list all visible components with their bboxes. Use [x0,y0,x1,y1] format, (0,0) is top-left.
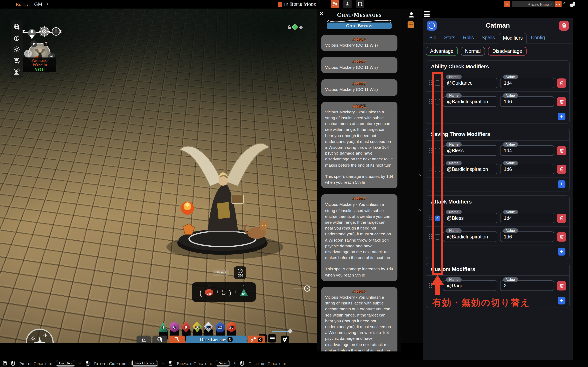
hammer-icon [174,337,180,342]
delete-modifier-button[interactable] [557,146,566,155]
delete-modifier-button[interactable] [557,232,566,241]
message-body: Vicious Mockery (DC 11 Wis) [325,87,394,93]
delete-character-button[interactable] [559,21,569,31]
lock-icon[interactable] [287,25,292,30]
normal-button[interactable]: Normal [461,47,485,56]
creatures-key-badge: C [258,337,262,342]
tab-spells[interactable]: Spells [478,33,498,43]
minis-mode-button[interactable] [343,0,352,8]
turn-order-widget[interactable] [22,25,62,42]
bookmark-icon[interactable] [407,21,414,28]
delete-modifier-button[interactable] [557,281,566,290]
creatures-icon[interactable] [13,57,20,64]
board-more-button[interactable]: ... [555,1,562,7]
tab-rolls[interactable]: Rolls [459,33,477,43]
walk-mode-button[interactable] [331,0,339,8]
section-saving-throw-modifiers: Saving Throw Modifiers Name Value [426,128,570,192]
value-field: Value [500,96,554,107]
delete-modifier-button[interactable] [557,213,566,223]
game-viewport[interactable]: ? [0,8,317,343]
modifier-value-input[interactable] [500,213,554,223]
role-value[interactable]: GM [34,1,42,7]
delete-modifier-button[interactable] [557,165,566,174]
modifier-value-input[interactable] [500,145,554,156]
keycap-left-alt: Left Alt [57,361,74,366]
delete-modifier-button[interactable] [557,97,566,106]
atmosphere-icon[interactable] [13,34,20,42]
delete-modifier-button[interactable] [557,78,566,88]
collapse-topbar-button[interactable]: ^ [563,1,566,6]
mouse-left-icon [241,361,244,366]
sheet-tabs: Bio Stats Rolls Spells Modifiers Config [423,32,573,43]
pawn-icon [345,1,350,7]
add-board-button[interactable]: + [504,1,510,7]
console-icon[interactable] [3,361,7,366]
add-modifier-button[interactable]: + [558,248,565,256]
gm-dice-badge[interactable]: GM [234,267,246,279]
modifier-value-input[interactable] [500,78,554,88]
chat-message-list[interactable]: Ange Vicious Mockery (DC 11 Wis) Ange Vi… [321,35,398,351]
modifier-value-input[interactable] [500,280,554,291]
modifier-value-input[interactable] [500,232,554,242]
back-button[interactable]: ← [427,21,437,31]
value-field: Value [500,213,554,223]
modifier-name-input[interactable] [443,78,497,88]
add-modifier-button[interactable]: + [558,297,565,304]
shortcut-label: Teleport Creature [249,361,286,366]
section-attack-modifiers: Attack Modifiers Name Value [426,195,570,259]
tab-modifiers[interactable]: Modifiers [499,33,527,43]
role-dropdown-icon[interactable]: ▾ [47,2,48,6]
tab-bio[interactable]: Bio [426,33,440,43]
modifier-name-input[interactable] [443,213,497,223]
build-tools-tab[interactable] [169,335,185,343]
creatures-tab[interactable]: C [248,335,265,343]
lighting-sun-icon[interactable] [13,46,20,53]
build-mode-hotkey: [B] [284,2,290,6]
place-marker-button[interactable] [281,335,289,343]
section-title: Attack Modifiers [426,196,569,208]
hidden-creature-icon[interactable]: ? [13,68,20,75]
modifier-name-input[interactable] [443,232,497,242]
trash-icon [559,148,564,153]
token-gear-icon[interactable]: ✻ [24,50,32,58]
character-name: Catman [437,22,559,30]
side-rail: > > [401,8,423,343]
terrain-paint-tab[interactable] [137,335,151,343]
message-body: Vicious Mockery (DC 11 Wis) [325,65,394,70]
board-mode-button[interactable] [356,0,364,8]
modifier-name-input[interactable] [443,145,497,156]
modifier-value-input[interactable] [500,96,554,107]
collapse-chat-handle[interactable]: > [418,208,421,212]
formula-plus1: + [216,289,219,295]
collapse-chat-handle[interactable]: > [418,173,421,177]
open-library-tab[interactable]: Open Library O [186,335,247,343]
modifier-value-input[interactable] [500,164,554,174]
add-modifier-button[interactable]: + [558,113,565,120]
disadvantage-button[interactable]: Disadvantage [488,47,526,56]
modifier-name-input[interactable] [443,164,497,174]
world-map-icon[interactable] [13,23,20,30]
message-body: Vicious Mockery - You unleash a string o… [325,294,394,351]
annotation-arrow-shaft [435,284,440,295]
token-drop-icon[interactable]: ▼ [30,40,37,47]
formula-d4-group: 1 D4 [240,285,248,296]
modifier-name-input[interactable] [443,96,497,107]
modifier-name-input[interactable] [443,280,497,291]
section-ability-check-modifiers: Ability Check Modifiers Name Value [426,60,570,124]
tab-config[interactable]: Config [527,33,548,43]
goto-bottom-button[interactable]: Goto Bottom [327,23,392,29]
world-tab[interactable] [152,335,167,343]
tab-stats[interactable]: Stats [441,33,459,43]
mouse-left-icon [169,361,172,366]
add-modifier-button[interactable]: + [558,180,565,188]
menu-icon[interactable] [424,10,432,17]
dice-qty-slider[interactable] [272,331,289,332]
modifier-row: Name Value [426,73,569,91]
player-list-icon[interactable] [408,11,415,18]
advantage-button[interactable]: Advantage [426,47,458,56]
miniature-figure[interactable] [163,113,292,268]
section-title: Custom Modifiers [426,263,569,276]
value-chip: Value [503,142,518,147]
normalize-button[interactable] [268,334,276,342]
board-name[interactable]: Anges Bridge [512,1,554,7]
